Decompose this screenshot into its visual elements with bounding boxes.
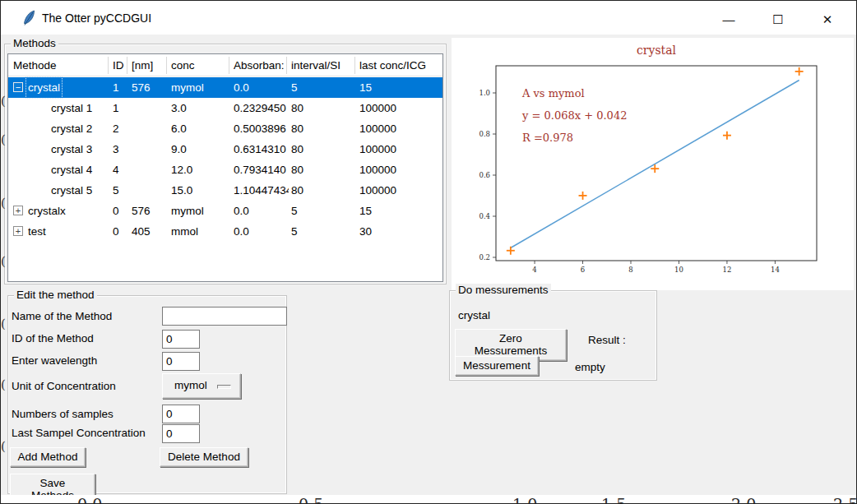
table-row[interactable]: +test0405mmol0.0530 [8, 221, 442, 242]
add-method-button[interactable]: Add Method [10, 447, 86, 467]
table-row[interactable]: crystal 5515.01.1044743480100000 [8, 180, 442, 201]
background-tick-fragment: 1.0 [512, 495, 537, 504]
column-header-conc[interactable]: conc [171, 54, 195, 76]
cell-conc: 3.0 [171, 98, 187, 118]
cell-nm: 405 [132, 221, 151, 242]
delete-method-button[interactable]: Delete Method [160, 447, 248, 467]
cell-absorbance: 1.10447434 [234, 180, 289, 201]
column-header-last-conc-icg[interactable]: last conc/ICG [359, 54, 426, 76]
cell-last-conc: 15 [359, 77, 372, 98]
wavelength-input[interactable] [162, 352, 200, 371]
svg-text:1.0: 1.0 [479, 89, 490, 97]
current-method-label: crystal [458, 309, 490, 321]
table-row[interactable]: crystal 4412.00.793414080100000 [8, 160, 442, 180]
cell-id: 1 [113, 98, 119, 118]
cell-interval: 80 [291, 139, 303, 160]
method-id-input[interactable] [162, 330, 200, 349]
cell-methode: crystal [26, 77, 62, 98]
cell-id: 0 [113, 221, 119, 242]
cell-interval: 5 [291, 221, 298, 242]
background-edge-fragment: ( [1, 317, 9, 331]
column-header-absorban-[interactable]: Absorban: [234, 54, 285, 76]
expand-icon[interactable]: + [13, 226, 23, 236]
unit-dropdown-value: mymol [174, 379, 207, 391]
background-tick-fragment: 0.5 [299, 495, 323, 504]
cell-methode: crystalx [28, 201, 66, 221]
column-separator[interactable] [108, 57, 109, 74]
background-edge-fragment: ( [1, 439, 9, 454]
cell-methode: crystal 2 [51, 118, 92, 139]
background-edge-fragment: ( [1, 132, 9, 147]
result-value: empty [575, 361, 605, 373]
last-sample-conc-label: Last Sampel Concentration [12, 427, 146, 439]
cell-nm: 576 [132, 77, 151, 98]
table-row[interactable]: crystal 339.00.631431080100000 [8, 139, 442, 160]
column-header-interval-si[interactable]: interval/SI [291, 54, 340, 76]
svg-text:0.2: 0.2 [479, 253, 490, 261]
cell-last-conc: 100000 [359, 118, 396, 139]
measurement-button[interactable]: Messurement [455, 356, 539, 376]
svg-text:0.6: 0.6 [479, 171, 490, 179]
cell-absorbance: 0.6314310 [234, 139, 289, 160]
cell-id: 0 [113, 201, 119, 221]
cell-absorbance: 0.0 [234, 221, 289, 242]
svg-text:6: 6 [581, 266, 585, 274]
cell-last-conc: 30 [359, 221, 372, 242]
svg-text:8: 8 [628, 266, 632, 274]
table-row[interactable]: −crystal1576mymol0.0515 [8, 77, 442, 98]
last-sample-conc-input[interactable] [162, 424, 200, 443]
method-name-input[interactable] [162, 307, 287, 326]
column-header-methode[interactable]: Methode [13, 54, 57, 76]
app-feather-icon [22, 10, 36, 26]
cell-absorbance: 0.2329450 [234, 98, 289, 118]
cell-methode: crystal 5 [51, 180, 92, 201]
svg-text:14: 14 [771, 266, 780, 274]
chart-annotation: R =0.978 [522, 132, 573, 144]
column-header-id[interactable]: ID [113, 54, 124, 76]
maximize-button[interactable]: ☐ [759, 9, 797, 30]
cell-id: 3 [113, 139, 119, 160]
background-edge-fragment: ( [1, 196, 9, 210]
cell-id: 5 [113, 180, 119, 201]
close-button[interactable]: ✕ [808, 9, 846, 30]
cell-nm: 576 [132, 201, 151, 221]
cell-conc: mymol [171, 201, 204, 221]
cell-conc: mymol [171, 77, 204, 98]
background-tick-fragment: 2.0 [731, 495, 756, 504]
methods-tree-header: MethodeID[nm]concAbsorban:interval/SIlas… [8, 54, 442, 76]
cell-last-conc: 100000 [359, 98, 396, 118]
table-row[interactable]: crystal 113.00.232945080100000 [8, 98, 442, 118]
result-label: Result : [588, 334, 626, 346]
column-separator[interactable] [127, 57, 127, 74]
cell-conc: 9.0 [171, 139, 187, 160]
num-samples-input[interactable] [162, 405, 200, 423]
cell-methode: test [28, 221, 46, 242]
svg-text:12: 12 [723, 266, 732, 274]
wavelength-label: Enter wavelength [12, 354, 97, 367]
background-edge-fragment: ( [1, 377, 9, 392]
cell-conc: 6.0 [171, 118, 187, 139]
column-separator[interactable] [354, 57, 355, 74]
minimize-button[interactable]: — [710, 9, 748, 30]
table-row[interactable]: +crystalx0576mymol0.0515 [8, 201, 442, 221]
cell-last-conc: 100000 [359, 139, 396, 160]
unit-dropdown[interactable]: mymol [162, 373, 241, 399]
title-bar: The Otter pyCCDGUI — ☐ ✕ [1, 1, 856, 35]
background-tick-fragment: 0.0 [77, 495, 102, 504]
methods-tree[interactable]: MethodeID[nm]concAbsorban:interval/SIlas… [7, 53, 443, 282]
column-separator[interactable] [286, 57, 287, 74]
svg-text:0.4: 0.4 [479, 212, 490, 220]
collapse-icon[interactable]: − [13, 82, 23, 92]
column-separator[interactable] [229, 57, 229, 74]
table-row[interactable]: crystal 226.00.500389680100000 [8, 118, 442, 139]
window-title: The Otter pyCCDGUI [42, 12, 151, 25]
app-window: The Otter pyCCDGUI — ☐ ✕ Methods Methode… [0, 0, 857, 504]
cell-absorbance: 0.0 [234, 201, 289, 221]
column-header--nm-[interactable]: [nm] [132, 54, 153, 76]
expand-icon[interactable]: + [13, 206, 23, 215]
column-separator[interactable] [166, 57, 167, 74]
cell-methode: crystal 4 [51, 160, 92, 180]
background-tick-fragment: 2.5 [833, 495, 856, 504]
cell-interval: 80 [291, 180, 303, 201]
measurements-group-label: Do messurements [456, 284, 551, 296]
